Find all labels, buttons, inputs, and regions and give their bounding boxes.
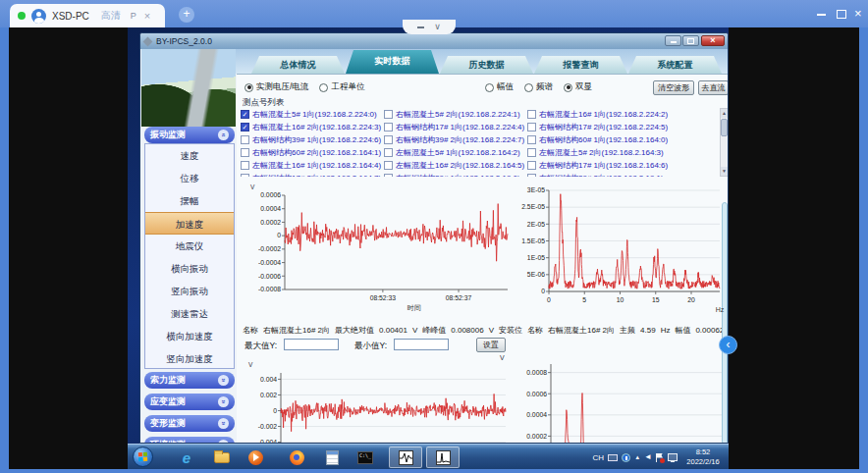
viewer-close-button[interactable]: ×	[854, 7, 862, 21]
command-prompt-icon: C:\_	[357, 451, 373, 464]
taskbar-icon-firefox[interactable]	[285, 447, 308, 468]
point-checkbox-item[interactable]: 右幅混凝土5# 2向(192.168.2.224:1)	[384, 108, 527, 121]
app-tab-5[interactable]: 系统配置	[628, 56, 722, 74]
app-tab-3[interactable]: 历史数据	[440, 56, 533, 74]
scroll-thumb[interactable]	[721, 119, 728, 136]
tick-label: 0.0002	[260, 219, 281, 226]
taskbar-icon-internet-explorer[interactable]: e	[175, 447, 198, 468]
collapse-icon[interactable]: »	[218, 130, 229, 140]
app-tab-2[interactable]: 实时数据	[346, 50, 439, 74]
point-checkbox-item[interactable]: 左幅混凝土5# 2向(192.168.2.164:3)	[527, 146, 671, 159]
point-list-scrollbar[interactable]: ▲ ▼	[720, 108, 729, 177]
panel-toggle-button[interactable]: ‹	[719, 336, 737, 354]
min-y-input[interactable]	[394, 339, 449, 350]
clock-time: 8:52	[696, 447, 711, 456]
bluetooth-icon[interactable]	[622, 453, 630, 462]
sidebar-item[interactable]: 位移	[145, 167, 234, 189]
tick-label: V	[250, 184, 255, 190]
sidebar-section-header-2[interactable]: 索力监测»	[144, 372, 235, 389]
expand-icon[interactable]: »	[218, 418, 229, 429]
point-checkbox-item[interactable]: 右幅钢结构60# 1向(192.168.2.164:0)	[527, 133, 671, 146]
sidebar-section-header-5[interactable]: 环境监测»	[144, 437, 235, 444]
display-radio-option[interactable]: 幅值	[485, 81, 514, 93]
taskbar-icon-waveform-monitor-2[interactable]	[426, 447, 460, 468]
sidebar-item[interactable]: 测速雷达	[145, 302, 234, 325]
scroll-up-icon[interactable]: ▲	[721, 109, 728, 118]
quality-button[interactable]: 高清	[101, 9, 121, 23]
sidebar-item[interactable]: 横向加速度	[145, 325, 234, 347]
checkbox-icon	[527, 110, 536, 119]
app-titlebar[interactable]: BY-IPCS_2.0.0 ×	[140, 33, 728, 49]
bridge-photo	[141, 49, 236, 127]
expand-icon[interactable]: »	[218, 375, 229, 386]
sidebar-item[interactable]: 速度	[145, 144, 234, 167]
sidebar-item[interactable]: 竖向振动	[145, 280, 234, 302]
point-checkbox-item[interactable]: 右幅钢结构17# 1向(192.168.2.224:4)	[384, 121, 527, 133]
tick-label: -0.0004	[258, 259, 281, 266]
session-tab[interactable]: XSD-PC 高清 P ×	[10, 4, 165, 27]
sidebar-section-header-1[interactable]: 振动监测»	[144, 127, 235, 143]
tray-clock[interactable]: 8:52 2022/2/16	[681, 447, 725, 467]
sidebar-section-header-3[interactable]: 应变监测»	[144, 394, 235, 410]
network-icon[interactable]	[668, 453, 678, 461]
checkbox-icon	[241, 148, 249, 157]
taskbar-icon-media-player[interactable]	[244, 447, 267, 468]
taskbar-icon-file-explorer[interactable]	[210, 447, 234, 468]
language-indicator[interactable]: CH	[593, 453, 605, 462]
action-center-icon[interactable]	[656, 453, 664, 462]
unit-radio-option[interactable]: 实测电压/电流	[244, 81, 308, 93]
expand-icon[interactable]: »	[218, 396, 229, 407]
app-tab-4[interactable]: 报警查询	[534, 56, 627, 74]
point-checkbox-item[interactable]: ✓右幅混凝土5# 1向(192.168.2.224:0)	[241, 108, 384, 121]
remove-dc-button[interactable]: 去直流	[698, 80, 729, 95]
volume-icon[interactable]: ◄	[644, 453, 652, 461]
point-label: 右幅钢结构60# 2向(192.168.2.164:1)	[252, 147, 381, 158]
session-close-button[interactable]: ×	[144, 10, 150, 22]
display-radio-option[interactable]: 频谱	[524, 81, 553, 93]
point-checkbox-item[interactable]: 右幅混凝土16# 1向(192.168.2.224:2)	[527, 108, 671, 121]
sidebar-section-header-4[interactable]: 变形监测»	[144, 415, 235, 432]
app-minimize-button[interactable]	[665, 35, 681, 46]
sidebar-item[interactable]: 加速度	[145, 212, 234, 235]
chevron-left-icon: ‹	[727, 338, 731, 351]
new-session-button[interactable]: +	[179, 7, 194, 23]
taskbar-icon-command-prompt[interactable]: C:\_	[353, 447, 377, 468]
checkbox-icon: ✓	[241, 110, 249, 119]
info-segment: 安装位	[499, 326, 522, 335]
point-checkbox-item[interactable]: 左幅混凝土16# 1向(192.168.2.164:4)	[241, 159, 384, 172]
p-indicator[interactable]: P	[131, 11, 136, 21]
taskbar-icon-waveform-monitor-1[interactable]	[389, 447, 422, 468]
sidebar-item[interactable]: 摆幅	[145, 189, 234, 212]
start-button[interactable]	[133, 447, 153, 467]
chevron-down-icon[interactable]: ∨	[434, 23, 441, 31]
point-checkbox-item[interactable]: 左幅钢结构17# 1向(192.168.2.164:6)	[527, 159, 671, 172]
point-checkbox-item[interactable]: 右幅钢结构39# 2向(192.168.2.224:7)	[384, 133, 527, 146]
app-close-button[interactable]: ×	[701, 35, 725, 46]
point-checkbox-item[interactable]: 左幅混凝土16# 2向(192.168.2.164:5)	[384, 159, 527, 172]
sidebar-item[interactable]: 地震仪	[145, 235, 234, 257]
point-checkbox-item[interactable]: ✓右幅混凝土16# 2向(192.168.2.224:3)	[241, 121, 384, 133]
app-tab-1[interactable]: 总体情况	[251, 56, 345, 74]
sidebar-item[interactable]: 横向振动	[145, 257, 234, 280]
app-maximize-button[interactable]	[682, 35, 699, 46]
remote-toolbar-pill[interactable]: ∨	[403, 20, 456, 34]
unit-radio-option[interactable]: 工程单位	[319, 81, 364, 93]
point-checkbox-item[interactable]: 右幅钢结构39# 1向(192.168.2.224:6)	[241, 133, 384, 146]
point-checkbox-item[interactable]: 右幅钢结构60# 2向(192.168.2.164:1)	[241, 146, 384, 159]
viewer-minimize-button[interactable]	[817, 7, 826, 16]
point-checkbox-item[interactable]: 左幅混凝土5# 1向(192.168.2.164:2)	[384, 146, 527, 159]
set-range-button[interactable]: 设置	[476, 338, 506, 352]
viewer-restore-button[interactable]	[837, 7, 846, 19]
sidebar-section-panel: 速度位移摆幅加速度地震仪横向振动竖向振动测速雷达横向加速度竖向加速度	[144, 143, 235, 369]
point-label: 左幅混凝土5# 1向(192.168.2.164:2)	[396, 147, 520, 158]
taskbar-icon-notepad[interactable]	[320, 447, 344, 468]
display-radio-option[interactable]: 双显	[564, 81, 592, 93]
point-checkbox-item[interactable]: 右幅钢结构17# 2向(192.168.2.224:5)	[527, 121, 671, 133]
display-controls-row: 实测电压/电流工程单位 幅值频谱双显 清空波形 去直流	[237, 79, 729, 95]
show-hidden-icons[interactable]: ▲	[634, 454, 640, 460]
pill-minimize-icon[interactable]	[417, 26, 424, 28]
sidebar-item[interactable]: 竖向加速度	[145, 347, 234, 369]
max-y-input[interactable]	[284, 339, 339, 350]
keyboard-icon[interactable]	[608, 454, 618, 461]
clear-waveform-button[interactable]: 清空波形	[653, 80, 694, 95]
